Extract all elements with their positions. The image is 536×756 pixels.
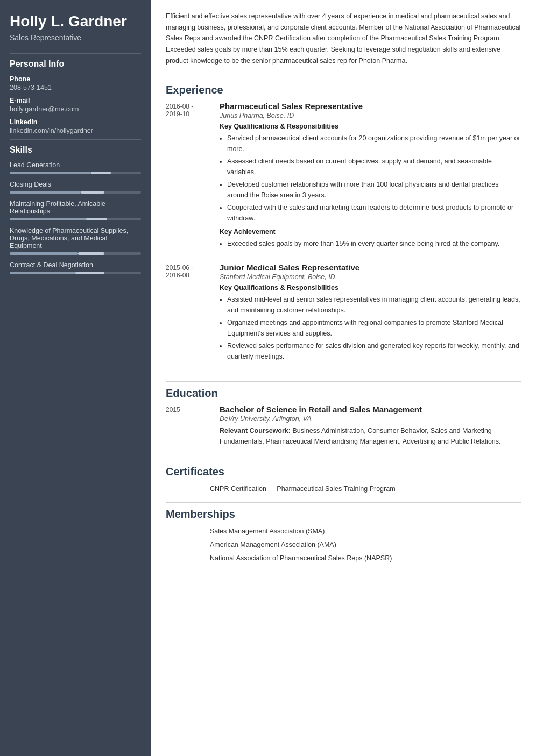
skill-bar-accent: [75, 272, 104, 274]
experience-item: 2016-08 -2019-10Pharmaceutical Sales Rep…: [166, 102, 521, 253]
certificates-section: Certificates CNPR Certification — Pharma…: [166, 466, 521, 503]
edu-content: Bachelor of Science in Retail and Sales …: [220, 405, 521, 447]
skill-bar-fill: [10, 272, 75, 274]
exp-achievement-bullets: Exceeded sales goals by more than 15% in…: [220, 238, 521, 249]
phone-label: Phone: [10, 75, 141, 83]
membership-item: Sales Management Association (SMA): [210, 526, 521, 537]
candidate-name: Holly L. Gardner: [10, 13, 141, 30]
membership-item: National Association of Pharmaceutical S…: [210, 553, 521, 564]
skill-name: Lead Generation: [10, 161, 141, 169]
experience-section: Experience 2016-08 -2019-10Pharmaceutica…: [166, 84, 521, 382]
edu-coursework: Relevant Coursework: Business Administra…: [220, 425, 521, 447]
experience-item: 2015-06 -2016-08Junior Medical Sales Rep…: [166, 263, 521, 366]
skill-bar-fill: [10, 191, 81, 194]
exp-achievement-heading: Key Achievement: [220, 228, 521, 236]
skill-name: Maintaining Profitable, Amicable Relatio…: [10, 200, 141, 215]
email-value: holly.gardner@me.com: [10, 105, 141, 113]
skills-heading: Skills: [10, 139, 141, 155]
skill-bar-background: [10, 172, 141, 174]
education-heading: Education: [166, 387, 521, 400]
sidebar: Holly L. Gardner Sales Representative Pe…: [0, 0, 151, 756]
skill-bar-fill: [10, 172, 91, 174]
exp-bullet: Serviced pharmaceutical client accounts …: [227, 133, 521, 154]
exp-bullet: Reviewed sales performance for sales div…: [227, 340, 521, 362]
linkedin-value: linkedin.com/in/hollygardner: [10, 127, 141, 134]
exp-content: Pharmaceutical Sales RepresentativeJuriu…: [220, 102, 521, 253]
exp-bullet: Assisted mid-level and senior sales repr…: [227, 294, 521, 316]
personal-info-heading: Personal Info: [10, 53, 141, 69]
skill-name: Closing Deals: [10, 181, 141, 188]
exp-job-title: Pharmaceutical Sales Representative: [220, 102, 521, 111]
skills-list: Lead GenerationClosing DealsMaintaining …: [10, 161, 141, 274]
exp-company: Stanford Medical Equipment, Boise, ID: [220, 273, 521, 281]
edu-degree: Bachelor of Science in Retail and Sales …: [220, 405, 521, 414]
exp-bullets-list: Assisted mid-level and senior sales repr…: [220, 294, 521, 362]
exp-qualifications-heading: Key Qualifications & Responsibilities: [220, 123, 521, 130]
education-list: 2015Bachelor of Science in Retail and Sa…: [166, 405, 521, 447]
skill-item: Contract & Deal Negotiation: [10, 261, 141, 274]
exp-content: Junior Medical Sales RepresentativeStanf…: [220, 263, 521, 366]
skill-item: Knowledge of Pharmaceutical Supplies, Dr…: [10, 227, 141, 255]
certificates-list: CNPR Certification — Pharmaceutical Sale…: [166, 483, 521, 494]
candidate-title: Sales Representative: [10, 33, 141, 42]
exp-bullet: Developed customer relationships with mo…: [227, 179, 521, 201]
exp-bullet: Organized meetings and appointments with…: [227, 317, 521, 339]
phone-value: 208-573-1451: [10, 84, 141, 91]
exp-qualifications-heading: Key Qualifications & Responsibilities: [220, 284, 521, 291]
summary-text: Efficient and effective sales representa…: [166, 11, 521, 74]
skill-bar-accent: [78, 252, 104, 255]
education-item: 2015Bachelor of Science in Retail and Sa…: [166, 405, 521, 447]
phone-block: Phone 208-573-1451: [10, 75, 141, 91]
skill-bar-background: [10, 272, 141, 274]
experience-heading: Experience: [166, 84, 521, 96]
exp-dates: 2015-06 -2016-08: [166, 263, 210, 366]
experience-list: 2016-08 -2019-10Pharmaceutical Sales Rep…: [166, 102, 521, 366]
memberships-list: Sales Management Association (SMA)Americ…: [166, 526, 521, 564]
edu-year: 2015: [166, 405, 210, 447]
skill-name: Contract & Deal Negotiation: [10, 261, 141, 269]
skill-bar-accent: [86, 218, 107, 220]
exp-dates: 2016-08 -2019-10: [166, 102, 210, 253]
skill-item: Lead Generation: [10, 161, 141, 174]
main-content: Efficient and effective sales representa…: [151, 0, 536, 756]
memberships-heading: Memberships: [166, 508, 521, 520]
skill-bar-accent: [91, 172, 111, 174]
skill-bar-fill: [10, 218, 86, 220]
certificates-heading: Certificates: [166, 466, 521, 478]
exp-achievement-bullet: Exceeded sales goals by more than 15% in…: [227, 238, 521, 249]
memberships-section: Memberships Sales Management Association…: [166, 508, 521, 572]
exp-company: Jurius Pharma, Boise, ID: [220, 112, 521, 119]
edu-school: DeVry University, Arlington, VA: [220, 415, 521, 423]
skill-item: Closing Deals: [10, 181, 141, 194]
skill-name: Knowledge of Pharmaceutical Supplies, Dr…: [10, 227, 141, 249]
skill-item: Maintaining Profitable, Amicable Relatio…: [10, 200, 141, 220]
linkedin-block: LinkedIn linkedin.com/in/hollygardner: [10, 118, 141, 134]
skill-bar-background: [10, 252, 141, 255]
exp-job-title: Junior Medical Sales Representative: [220, 263, 521, 272]
exp-bullets-list: Serviced pharmaceutical client accounts …: [220, 133, 521, 224]
education-section: Education 2015Bachelor of Science in Ret…: [166, 387, 521, 460]
exp-bullet: Assessed client needs based on current o…: [227, 156, 521, 177]
linkedin-label: LinkedIn: [10, 118, 141, 126]
membership-item: American Management Association (AMA): [210, 539, 521, 550]
email-block: E-mail holly.gardner@me.com: [10, 97, 141, 113]
email-label: E-mail: [10, 97, 141, 104]
exp-bullet: Cooperated with the sales and marketing …: [227, 202, 521, 224]
certificate-item: CNPR Certification — Pharmaceutical Sale…: [210, 483, 521, 494]
skill-bar-background: [10, 191, 141, 194]
skill-bar-fill: [10, 252, 78, 255]
skill-bar-background: [10, 218, 141, 220]
skill-bar-accent: [81, 191, 104, 194]
